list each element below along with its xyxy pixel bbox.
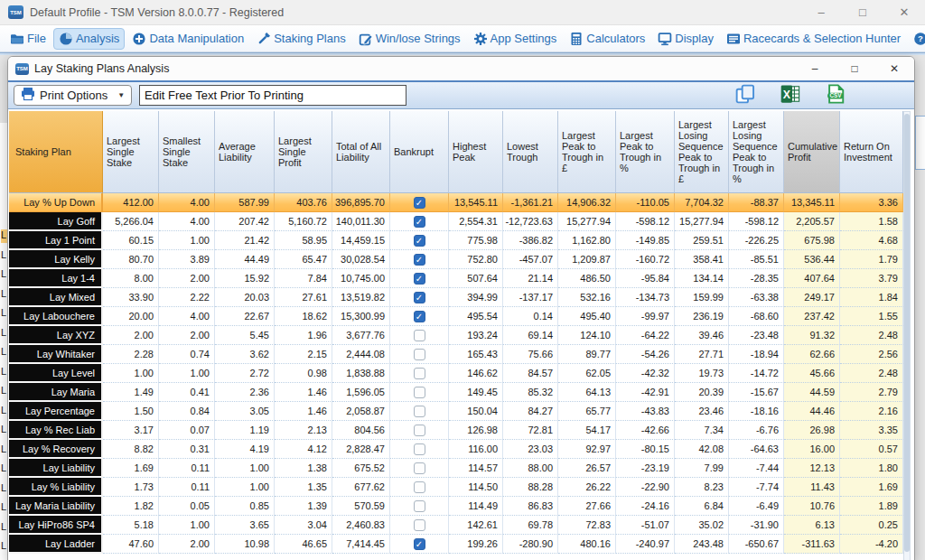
value-cell[interactable]: 1.58 — [840, 212, 903, 231]
excel-export-icon[interactable]: X — [780, 84, 800, 107]
value-cell[interactable]: 677.62 — [332, 478, 390, 497]
column-header[interactable]: Largest Losing Sequence Peak to Trough i… — [675, 111, 729, 193]
value-cell[interactable]: 58.95 — [275, 231, 332, 250]
value-cell[interactable]: -15.67 — [729, 383, 784, 402]
value-cell[interactable]: 64.13 — [558, 383, 616, 402]
value-cell[interactable]: 752.80 — [449, 250, 503, 269]
value-cell[interactable]: 1.00 — [159, 231, 215, 250]
value-cell[interactable]: 114.57 — [449, 459, 503, 478]
value-cell[interactable]: 6.84 — [675, 497, 729, 516]
staking-plan-name-cell[interactable]: Lay Goff — [9, 212, 103, 231]
value-cell[interactable]: 1.49 — [103, 383, 159, 402]
value-cell[interactable]: -18.94 — [729, 345, 784, 364]
value-cell[interactable]: 0.84 — [159, 402, 215, 421]
value-cell[interactable]: 15,277.94 — [558, 212, 616, 231]
value-cell[interactable]: -85.51 — [729, 250, 784, 269]
value-cell[interactable]: 60.15 — [103, 231, 159, 250]
value-cell[interactable]: 12.13 — [784, 459, 840, 478]
bankrupt-checkbox[interactable]: ✓ — [414, 235, 425, 247]
value-cell[interactable]: 2.28 — [103, 345, 159, 364]
menu-item-calculators[interactable]: Calculators — [564, 28, 650, 50]
value-cell[interactable]: 3.89 — [159, 250, 215, 269]
dialog-close-button[interactable]: ✕ — [874, 57, 914, 80]
value-cell[interactable]: -22.90 — [616, 478, 675, 497]
value-cell[interactable]: -110.05 — [616, 193, 675, 212]
value-cell[interactable]: 1.55 — [840, 307, 903, 326]
value-cell[interactable]: 358.41 — [675, 250, 729, 269]
value-cell[interactable]: 1.82 — [103, 497, 159, 516]
value-cell[interactable]: 3.17 — [103, 421, 159, 440]
value-cell[interactable]: 0.11 — [159, 478, 215, 497]
column-header[interactable]: Smallest Single Stake — [159, 111, 215, 193]
bankrupt-checkbox[interactable] — [414, 425, 425, 436]
column-header[interactable]: Largest Peak to Trough in £ — [558, 111, 616, 193]
value-cell[interactable]: 30,028.54 — [332, 250, 390, 269]
value-cell[interactable]: 4.12 — [275, 440, 332, 459]
dialog-maximize-button[interactable]: □ — [835, 57, 874, 80]
table-row[interactable]: Lay 1 Point60.151.0021.4258.9514,459.15✓… — [9, 231, 904, 250]
value-cell[interactable]: 13,545.11 — [449, 193, 503, 212]
value-cell[interactable]: 20.03 — [215, 288, 275, 307]
column-header[interactable]: Cumulative Profit — [784, 111, 840, 193]
column-header[interactable]: Highest Peak — [449, 111, 503, 193]
value-cell[interactable]: 2.00 — [159, 269, 215, 288]
value-cell[interactable]: 72.83 — [558, 516, 616, 535]
value-cell[interactable]: 47.60 — [103, 535, 159, 554]
value-cell[interactable]: 536.44 — [784, 250, 840, 269]
value-cell[interactable]: 2.00 — [159, 326, 215, 345]
value-cell[interactable]: 3.35 — [840, 421, 903, 440]
value-cell[interactable]: 72.81 — [503, 421, 558, 440]
value-cell[interactable]: 495.40 — [558, 307, 616, 326]
minimize-button[interactable]: – — [800, 0, 842, 24]
value-cell[interactable]: -650.67 — [729, 535, 784, 554]
value-cell[interactable]: -64.22 — [616, 326, 675, 345]
value-cell[interactable]: -42.32 — [616, 364, 675, 383]
bankrupt-checkbox[interactable]: ✓ — [414, 216, 425, 228]
value-cell[interactable]: 2.00 — [103, 326, 159, 345]
value-cell[interactable]: 4.19 — [215, 440, 275, 459]
value-cell[interactable]: 1,596.05 — [332, 383, 390, 402]
value-cell[interactable]: 65.77 — [558, 402, 616, 421]
value-cell[interactable]: 2.22 — [159, 288, 215, 307]
value-cell[interactable]: 13,345.11 — [784, 193, 840, 212]
value-cell[interactable]: 0.11 — [159, 459, 215, 478]
value-cell[interactable]: 42.08 — [675, 440, 729, 459]
value-cell[interactable]: 84.57 — [503, 364, 558, 383]
value-cell[interactable]: -311.63 — [784, 535, 840, 554]
maximize-button[interactable]: □ — [842, 0, 883, 24]
menu-item-racecards-selection-hunter[interactable]: Racecards & Selection Hunter — [721, 28, 906, 50]
staking-plan-name-cell[interactable]: Lay % Rec Liab — [9, 421, 103, 440]
value-cell[interactable]: 21.42 — [215, 231, 275, 250]
value-cell[interactable]: 1.84 — [840, 288, 903, 307]
table-row[interactable]: Lay Level1.001.002.720.981,838.88146.628… — [9, 364, 904, 383]
bankrupt-checkbox[interactable]: ✓ — [414, 538, 425, 550]
value-cell[interactable]: 396,895.70 — [332, 193, 390, 212]
value-cell[interactable]: 15,300.99 — [332, 307, 390, 326]
value-cell[interactable]: 5,160.72 — [275, 212, 332, 231]
value-cell[interactable]: 1.46 — [275, 402, 332, 421]
value-cell[interactable]: 15.92 — [215, 269, 275, 288]
value-cell[interactable]: -18.16 — [729, 402, 784, 421]
value-cell[interactable]: 1.50 — [103, 402, 159, 421]
value-cell[interactable]: 480.16 — [558, 535, 616, 554]
value-cell[interactable]: 15,277.94 — [675, 212, 729, 231]
bankrupt-checkbox[interactable] — [414, 368, 425, 379]
value-cell[interactable]: 65.47 — [275, 250, 332, 269]
menu-item-staking-plans[interactable]: Staking Plans — [251, 28, 351, 50]
value-cell[interactable]: 2.79 — [840, 383, 903, 402]
value-cell[interactable]: 2,828.47 — [332, 440, 390, 459]
column-header[interactable]: Largest Single Stake — [103, 111, 159, 193]
value-cell[interactable]: 27.61 — [275, 288, 332, 307]
value-cell[interactable]: 3.05 — [215, 402, 275, 421]
value-cell[interactable]: 0.41 — [159, 383, 215, 402]
table-row[interactable]: Lay Ladder47.602.0010.9846.657,414.45✓19… — [9, 535, 904, 554]
value-cell[interactable]: 26.98 — [784, 421, 840, 440]
value-cell[interactable]: 10.98 — [215, 535, 275, 554]
value-cell[interactable]: 75.66 — [503, 345, 558, 364]
table-row[interactable]: Lay Whitaker2.280.743.622.152,444.08165.… — [9, 345, 904, 364]
column-header[interactable]: Staking Plan — [9, 111, 103, 193]
value-cell[interactable]: 14,906.32 — [558, 193, 616, 212]
value-cell[interactable]: -134.73 — [616, 288, 675, 307]
value-cell[interactable]: 88.28 — [503, 478, 558, 497]
value-cell[interactable]: 54.17 — [558, 421, 616, 440]
